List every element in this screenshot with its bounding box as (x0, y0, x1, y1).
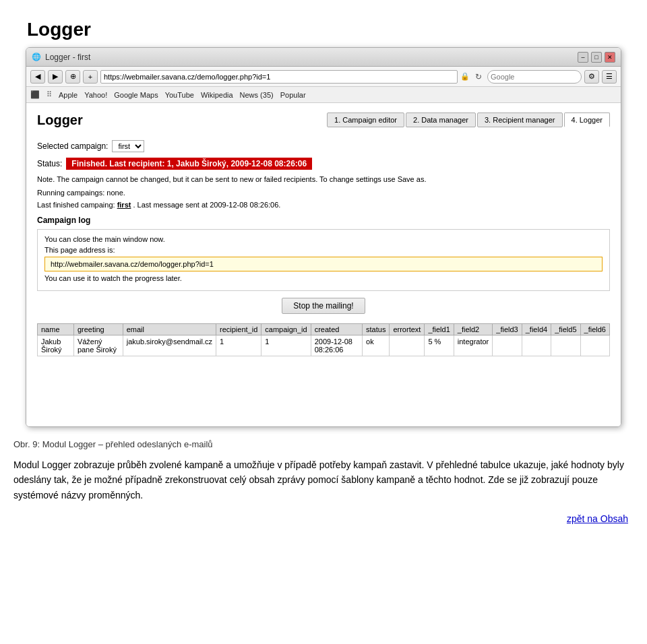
col-greeting: greeting (73, 324, 123, 335)
note-text: Note. The campaign cannot be changed, bu… (37, 175, 610, 183)
table-wrapper: name greeting email recipient_id campaig… (37, 323, 610, 363)
maximize-button[interactable]: □ (591, 52, 602, 63)
cell-field2: integrator (454, 335, 492, 356)
back-button[interactable]: ◀ (30, 70, 45, 84)
cell-status: ok (363, 335, 390, 356)
campaign-row: Selected campaign: first (37, 140, 610, 152)
tab-data-manager[interactable]: 2. Data manager (406, 112, 476, 127)
forward-button[interactable]: ▶ (48, 70, 63, 84)
tabs-row: 1. Campaign editor 2. Data manager 3. Re… (327, 112, 610, 127)
col-campaign-id: campaign_id (261, 324, 311, 335)
log-table: name greeting email recipient_id campaig… (37, 323, 610, 356)
new-tab-button[interactable]: + (83, 70, 98, 84)
col-errortext: errortext (390, 324, 425, 335)
address-input[interactable] (100, 70, 458, 84)
col-field1: _field1 (425, 324, 454, 335)
cell-campaignid: 1 (261, 335, 311, 356)
log-line-1: This page address is: (44, 246, 603, 254)
page-content: Logger 1. Campaign editor 2. Data manage… (26, 103, 621, 426)
body-text-0: Modul Logger zobrazuje průběh zvolené ka… (13, 457, 634, 503)
log-line-0: You can close the main window now. (44, 235, 603, 243)
minimize-button[interactable]: – (578, 52, 588, 63)
back-link[interactable]: zpět na Obsah (13, 513, 634, 524)
finished-text: Last finished campaing: first . Last mes… (37, 201, 610, 209)
title-bar: 🌐 Logger - first – □ ✕ (26, 48, 621, 67)
campaign-select[interactable]: first (112, 140, 144, 152)
cell-field5 (551, 335, 580, 356)
tab-logger[interactable]: 4. Logger (564, 112, 610, 127)
col-status: status (363, 324, 390, 335)
bookmarks-bar: ⬛ ⠿ Apple Yahoo! Google Maps YouTube Wik… (26, 87, 621, 103)
bookmarks-icon: ⬛ (30, 90, 40, 99)
col-created: created (311, 324, 362, 335)
tab-recipient-manager[interactable]: 3. Recipient manager (477, 112, 563, 127)
cell-field1: 5 % (425, 335, 454, 356)
cell-name: Jakub Široký (38, 335, 74, 356)
cell-created: 2009-12-08 08:26:06 (311, 335, 362, 356)
status-bar: Status: Finished. Last recipient: 1, Jak… (37, 158, 610, 170)
menu-button[interactable]: ☰ (602, 70, 617, 84)
cell-field4 (522, 335, 551, 356)
status-badge: Finished. Last recipient: 1, Jakub Širok… (66, 158, 312, 170)
log-url: http://webmailer.savana.cz/demo/logger.p… (44, 257, 603, 271)
cell-recipientid: 1 (216, 335, 261, 356)
browser-title: Logger - first (45, 53, 578, 62)
search-input[interactable] (487, 70, 582, 84)
col-field6: _field6 (580, 324, 609, 335)
campaign-log-label: Campaign log (37, 216, 610, 225)
close-button[interactable]: ✕ (605, 52, 615, 63)
page-title: Logger (13, 7, 634, 47)
figure-caption: Obr. 9: Modul Logger – přehled odeslanýc… (13, 439, 634, 449)
cell-field6 (580, 335, 609, 356)
col-field3: _field3 (493, 324, 522, 335)
log-box: You can close the main window now. This … (37, 229, 610, 291)
status-label: Status: (37, 159, 62, 168)
col-field2: _field2 (454, 324, 492, 335)
browser-icon: 🌐 (32, 53, 41, 61)
cell-greeting: Vážený pane Široký (73, 335, 123, 356)
tab-campaign-editor[interactable]: 1. Campaign editor (327, 112, 404, 127)
browser-window: 🌐 Logger - first – □ ✕ ◀ ▶ ⊕ + 🔒 ↻ ⚙ ☰ ⬛… (26, 47, 621, 427)
log-line-3: You can use it to watch the progress lat… (44, 274, 603, 282)
table-row: Jakub ŠirokýVážený pane Širokýjakub.siro… (38, 335, 610, 356)
finished-suffix: . Last message sent at 2009-12-08 08:26:… (133, 201, 280, 209)
bookmark-news[interactable]: News (35) (240, 91, 274, 99)
inner-title: Logger (37, 112, 83, 128)
running-text: Running campaings: none. (37, 189, 610, 197)
bookmark-yahoo[interactable]: Yahoo! (84, 91, 107, 99)
col-name: name (38, 324, 74, 335)
bookmark-wikipedia[interactable]: Wikipedia (201, 91, 233, 99)
home-button[interactable]: ⊕ (65, 70, 80, 84)
finished-name[interactable]: first (117, 201, 131, 209)
col-email: email (123, 324, 216, 335)
settings-button[interactable]: ⚙ (584, 70, 599, 84)
lock-icon: 🔒 (460, 72, 470, 81)
bookmark-youtube[interactable]: YouTube (165, 91, 194, 99)
stop-mailing-button[interactable]: Stop the mailing! (282, 298, 365, 314)
reload-button[interactable]: ↻ (472, 71, 485, 83)
cell-email: jakub.siroky@sendmail.cz (123, 335, 216, 356)
window-controls: – □ ✕ (578, 52, 615, 63)
col-field4: _field4 (522, 324, 551, 335)
col-recipient-id: recipient_id (216, 324, 261, 335)
address-bar: ◀ ▶ ⊕ + 🔒 ↻ ⚙ ☰ (26, 67, 621, 87)
apps-icon: ⠿ (47, 90, 52, 99)
cell-field3 (493, 335, 522, 356)
campaign-label: Selected campaign: (37, 141, 108, 151)
stop-btn-row: Stop the mailing! (37, 298, 610, 314)
bookmark-googlemaps[interactable]: Google Maps (114, 91, 158, 99)
finished-prefix: Last finished campaing: (37, 201, 115, 209)
bookmark-popular[interactable]: Popular (280, 91, 306, 99)
bookmark-apple[interactable]: Apple (59, 91, 78, 99)
cell-errortext (390, 335, 425, 356)
col-field5: _field5 (551, 324, 580, 335)
